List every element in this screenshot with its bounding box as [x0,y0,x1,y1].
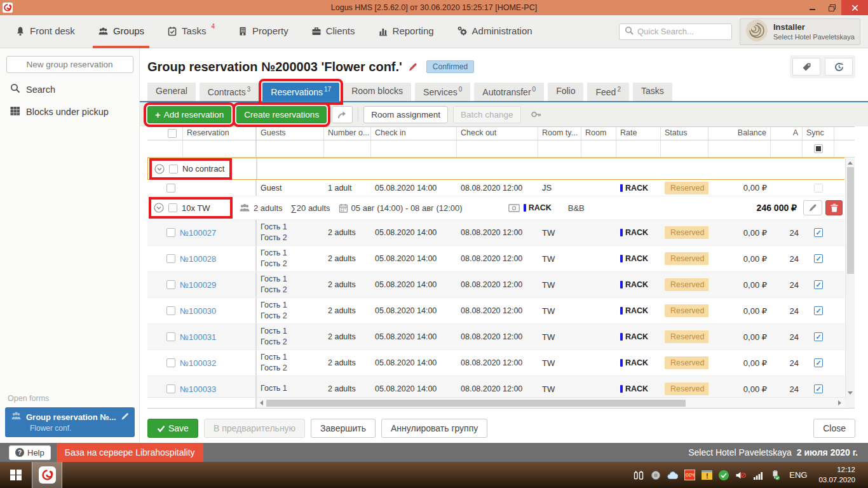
sync-filter-checkbox[interactable] [814,144,823,153]
reservation-number-link[interactable]: №100032 [180,358,216,368]
scroll-down-arrow[interactable] [848,391,853,395]
group-checkbox[interactable] [168,203,177,212]
forward-arrow-button[interactable] [332,106,353,123]
minimize-button[interactable] [803,0,822,15]
reservation-row-100027[interactable]: №100027Гость 1Гость 22 adults05.08.2020 … [147,220,844,246]
close-button[interactable] [841,0,868,15]
column-header-Room[interactable]: Room [581,127,616,140]
create-reservations-button[interactable]: Create reservations [236,106,327,123]
muted-speaker-icon[interactable] [735,470,746,480]
group-checkbox[interactable] [169,165,178,173]
new-group-reservation-button[interactable]: New group reservation [6,56,133,73]
reservation-number-link[interactable]: №100027 [180,228,216,238]
row-checkbox[interactable] [166,228,175,237]
power-icon[interactable] [633,470,644,480]
nav-groups[interactable]: Groups [98,15,144,48]
nav-clients[interactable]: Clients [311,15,355,48]
tab-general[interactable]: General [147,83,196,101]
room-assignment-button[interactable]: Room assignment [363,106,448,123]
sync-checkbox[interactable]: ✓ [814,332,823,341]
column-header-Reservation[interactable]: Reservation [183,127,257,140]
help-button[interactable]: ?Help [9,445,51,460]
column-header-A[interactable]: A [771,127,803,140]
scroll-up-arrow[interactable] [848,161,853,165]
sync-checkbox[interactable] [814,184,823,193]
save-button[interactable]: Save [147,419,198,438]
column-header-Room ty...[interactable]: Room ty... [538,127,581,140]
sync-filter-cell[interactable] [803,140,834,157]
taskbar-clock[interactable]: 12:12 03.07.2020 [818,465,855,485]
restore-button[interactable] [822,0,841,15]
reservation-row-100029[interactable]: №100029Гость 1Гость 22 adults05.08.2020 … [147,272,844,298]
sync-checkbox[interactable]: ✓ [814,358,823,367]
row-checkbox[interactable] [166,332,175,341]
row-checkbox[interactable] [166,358,175,367]
tab-folio[interactable]: Folio [548,83,583,101]
server-icon[interactable] [650,470,661,480]
windows-start-button[interactable] [0,462,32,488]
edit-title-pencil-icon[interactable] [408,62,417,72]
sync-checkbox[interactable]: ✓ [814,280,823,289]
signal-icon[interactable] [752,470,763,480]
reservation-number-link[interactable]: №100033 [180,384,216,394]
finish-button[interactable]: Завершить [311,419,376,438]
delete-group-button[interactable] [825,200,843,215]
column-header-Number o...[interactable]: Number o... [324,127,371,140]
quick-search-input[interactable] [637,27,726,36]
column-header-Status[interactable]: Status [661,127,709,140]
usb-icon[interactable] [770,470,780,480]
sync-checkbox[interactable]: ✓ [814,384,823,393]
sync-checkbox[interactable]: ✓ [814,306,823,315]
nav-reporting[interactable]: Reporting [378,15,434,48]
scroll-left-arrow[interactable] [260,400,263,405]
cch-icon[interactable]: ССЧ [684,470,695,480]
taskbar-logus-app[interactable] [32,462,62,488]
column-header-Guests[interactable]: Guests [257,127,324,140]
group-summary-row-10x-tw[interactable]: 10x TW2 adults∑20 adults05 авг (14:00) -… [147,196,844,220]
horizontal-scroll-thumb[interactable] [266,400,686,407]
sync-checkbox[interactable]: ✓ [814,254,823,263]
tab-room-blocks[interactable]: Room blocks [343,83,411,101]
reservation-row-100032[interactable]: №100032Гость 1Гость 22 adults05.08.2020 … [147,350,844,376]
reservation-row-100031[interactable]: №100031Гость 1Гость 22 adults05.08.2020 … [147,324,844,350]
vertical-scrollbar[interactable] [845,158,855,398]
column-header-Balance[interactable]: Balance [709,127,771,140]
sidebar-item-blocks-under-pickup[interactable]: Blocks under pickup [0,105,139,118]
row-checkbox[interactable] [166,306,175,315]
nav-front-desk[interactable]: Front desk [15,15,75,48]
reservation-number-link[interactable]: №100028 [180,254,216,264]
tags-button[interactable] [792,58,820,76]
green-check-icon[interactable] [719,470,729,480]
row-checkbox[interactable] [166,254,175,263]
sync-checkbox[interactable]: ✓ [814,228,823,237]
key-button[interactable] [526,106,547,123]
row-checkbox[interactable] [166,280,175,289]
cloud-icon[interactable] [667,470,678,480]
reservation-number-link[interactable]: №100029 [180,280,216,290]
history-button[interactable] [825,58,853,76]
warning-icon[interactable]: ! [702,470,712,480]
sidebar-item-search[interactable]: Search [0,83,139,95]
reservation-row-100030[interactable]: №100030Гость 1Гость 22 adults05.08.2020 … [147,298,844,324]
nav-tasks[interactable]: Tasks4 [167,15,215,48]
user-box[interactable]: Installer Select Hotel Paveletskaya [740,18,860,45]
open-form-card[interactable]: Group reservation №... Flower conf. [5,407,135,437]
reservation-number-link[interactable]: №100030 [180,306,216,316]
nav-property[interactable]: Property [238,15,288,48]
scroll-right-arrow[interactable] [838,400,841,405]
vertical-scroll-thumb[interactable] [847,167,854,274]
annul-group-button[interactable]: Аннулировать группу [381,419,487,438]
nav-administration[interactable]: Administration [457,15,532,48]
column-header-Check out[interactable]: Check out [457,127,538,140]
column-header-Sync[interactable]: Sync [803,127,834,140]
group-row-no-contract[interactable]: No contract [148,158,844,179]
column-header-Check in[interactable]: Check in [371,127,457,140]
column-header-select[interactable] [147,127,183,140]
tab-autotransfer[interactable]: Autotransfer0 [474,83,544,101]
close-button-footer[interactable]: Close [813,419,855,438]
tab-services[interactable]: Services0 [415,83,470,101]
language-indicator[interactable]: ENG [789,470,807,480]
row-checkbox[interactable] [166,384,175,393]
tab-contracts[interactable]: Contracts3 [200,83,259,101]
reservation-row-100028[interactable]: №100028Гость 1Гость 22 adults05.08.2020 … [147,246,844,272]
